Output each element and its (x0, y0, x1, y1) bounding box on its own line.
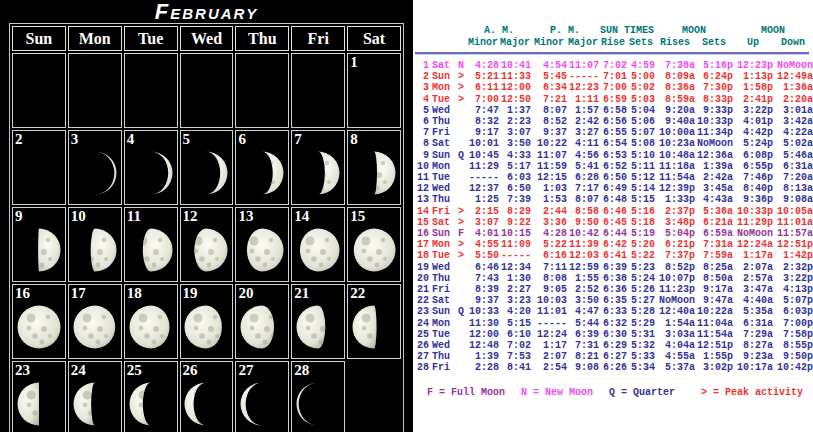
pm-minor-header: Minor (531, 37, 567, 49)
calendar-title: February (0, 0, 413, 23)
cell-marker: > (455, 250, 467, 261)
calendar-day-25: 25 (124, 361, 178, 432)
cell-pm_minor: 11:59 (531, 161, 567, 172)
calendar-day-24: 24 (68, 361, 122, 432)
cell-day: Tue (429, 329, 455, 340)
date-number: 2 (15, 131, 23, 148)
cell-moon_sets: 11:54a (695, 329, 733, 340)
cell-day: Mon (429, 82, 455, 93)
cell-day: Fri (429, 362, 455, 373)
cell-down: 5:46a (773, 150, 813, 161)
table-sub-header-row: Minor Major Minor Major Rise Sets Rises … (415, 37, 813, 49)
moon-phase-image (239, 227, 285, 273)
cell-rise: 6:30 (599, 329, 627, 340)
cell-sets: 5:22 (627, 250, 655, 261)
cell-moon_rises: 5:04p (655, 228, 695, 239)
cell-rise: 6:32 (599, 318, 627, 329)
cell-pm_minor: 6:16 (531, 250, 567, 261)
cell-pm_major: 1:11 (567, 94, 599, 105)
cell-am_minor: 2:15 (467, 206, 499, 217)
cell-pm_major: 10:42 (567, 228, 599, 239)
cell-am_minor: 4:55 (467, 239, 499, 250)
cell-rise: 6:54 (599, 138, 627, 149)
cell-moon_sets: 1:39a (695, 161, 733, 172)
calendar-cell-empty (347, 361, 401, 432)
cell-moon_rises: 4:04a (655, 340, 695, 351)
calendar-cell-empty (180, 53, 234, 128)
cell-moon_rises: 11:54a (655, 172, 695, 183)
solunar-row-11: 11Tue-----6:0312:156:286:505:1211:54a2:4… (415, 172, 813, 183)
cell-rise: 6:38 (599, 273, 627, 284)
cell-moon_sets: 6:21a (695, 217, 733, 228)
cell-am_minor: ----- (467, 172, 499, 183)
cell-pm_minor: 5:45 (531, 71, 567, 82)
calendar-weeks: 1234567891011121314151617181920212223242… (12, 53, 401, 432)
cell-sets: 5:33 (627, 351, 655, 362)
solunar-row-13: 13Thu1:257:391:538:076:485:151:33p4:43a9… (415, 194, 813, 205)
cell-am_minor: 12:48 (467, 340, 499, 351)
cell-day: Mon (429, 318, 455, 329)
cell-am_major: 7:39 (499, 194, 531, 205)
date-number: 15 (350, 208, 365, 225)
solunar-row-8: 8Sat10:013:5010:224:116:545:0810:23aNoMo… (415, 138, 813, 149)
cell-am_minor: 10:33 (467, 306, 499, 317)
cell-rise: 7:00 (599, 82, 627, 93)
calendar-day-27: 27 (235, 361, 289, 432)
cell-down: 7:20a (773, 172, 813, 183)
cell-moon_sets: 7:31a (695, 239, 733, 250)
cell-marker: F (455, 228, 467, 239)
cell-up: 5:24p (733, 138, 773, 149)
cell-down: 3:22p (773, 273, 813, 284)
cell-pm_minor: 8:08 (531, 273, 567, 284)
solunar-row-16: 16SunF4:0110:154:2810:426:445:195:04p6:5… (415, 228, 813, 239)
cell-am_major: 11:33 (499, 71, 531, 82)
cell-marker (455, 273, 467, 284)
cell-sets: 5:20 (627, 239, 655, 250)
cell-am_minor: 7:43 (467, 273, 499, 284)
cell-am_minor: 12:37 (467, 183, 499, 194)
moon-up-header: Up (733, 37, 773, 49)
cell-sets: 5:10 (627, 150, 655, 161)
cell-up: 2:41p (733, 94, 773, 105)
cell-sets: 5:16 (627, 206, 655, 217)
cell-down: 11:57a (773, 228, 813, 239)
calendar-grid: SunMonTueWedThuFriSat 123456789101112131… (9, 23, 404, 432)
date-number: 20 (238, 285, 253, 302)
calendar-cell-empty (124, 53, 178, 128)
cell-marker (455, 161, 467, 172)
cell-num: 26 (415, 340, 429, 351)
calendar-day-22: 22 (347, 284, 401, 359)
cell-moon_rises: 9:40a (655, 116, 695, 127)
solunar-row-12: 12Wed12:376:501:037:176:495:1412:39p3:45… (415, 183, 813, 194)
calendar-day-20: 20 (235, 284, 289, 359)
legend-peak-activity: > = Peak activity (701, 387, 803, 398)
cell-sets: 5:26 (627, 284, 655, 295)
calendar-day-4: 4 (124, 130, 178, 205)
cell-marker: > (455, 239, 467, 250)
cell-day: Thu (429, 273, 455, 284)
cell-moon_sets: 7:59a (695, 250, 733, 261)
cell-moon_rises: 1:33p (655, 194, 695, 205)
cell-up: 10:17a (733, 362, 773, 373)
cell-pm_minor: 8:52 (531, 116, 567, 127)
cell-down: 5:02a (773, 138, 813, 149)
cell-pm_minor: 1:17 (531, 340, 567, 351)
cell-down: NoMoon (773, 60, 813, 71)
date-number: 4 (127, 131, 135, 148)
moon-phase-image (295, 381, 341, 427)
cell-pm_minor: 2:54 (531, 362, 567, 373)
cell-moon_sets: 10:33p (695, 116, 733, 127)
cell-sets: 5:07 (627, 127, 655, 138)
cell-moon_sets: 8:50a (695, 273, 733, 284)
cell-am_major: 12:50 (499, 94, 531, 105)
cell-rise: 6:48 (599, 194, 627, 205)
cell-am_minor: 8:39 (467, 284, 499, 295)
cell-num: 27 (415, 351, 429, 362)
date-number: 8 (350, 131, 358, 148)
date-number: 9 (15, 208, 23, 225)
cell-down: 12:51p (773, 239, 813, 250)
cell-num: 18 (415, 250, 429, 261)
cell-num: 14 (415, 206, 429, 217)
calendar-day-8: 8 (347, 130, 401, 205)
cell-moon_sets: 9:17a (695, 284, 733, 295)
